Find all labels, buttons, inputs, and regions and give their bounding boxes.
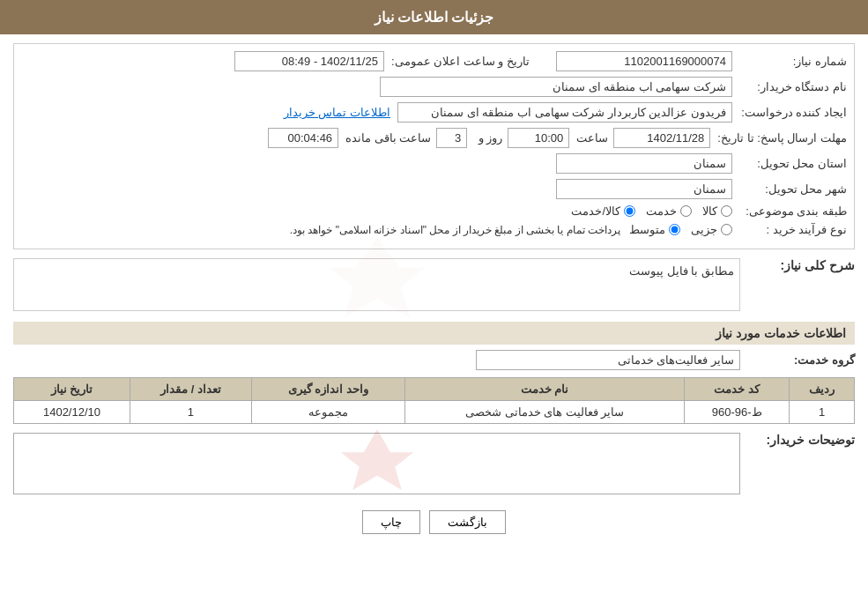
- remaining-label: ساعت باقی مانده: [338, 131, 431, 145]
- city-row: شهر محل تحویل: سمنان: [21, 179, 847, 199]
- main-content: شماره نیاز: 1102001169000074 تاریخ و ساع…: [0, 34, 868, 550]
- page-wrapper: جزئیات اطلاعات نیاز شماره نیاز: 11020011…: [0, 0, 868, 609]
- col-service-name: نام خدمت: [404, 378, 684, 401]
- response-days-value: 3: [436, 128, 467, 148]
- creator-row: ایجاد کننده درخواست: فریدون عزالدین کارب…: [21, 102, 847, 123]
- category-khadamat-label: خدمت: [646, 204, 677, 218]
- buyer-org-value: شرکت سهامی اب منطقه ای سمنان: [380, 77, 732, 97]
- category-kala-radio[interactable]: [721, 205, 732, 217]
- purchase-jozee-item: جزیی: [691, 223, 732, 236]
- service-group-row: گروه خدمت: سایر فعالیت‌های خدماتی: [13, 350, 855, 370]
- cell-row_num: 1: [790, 401, 855, 424]
- buttons-row: بازگشت چاپ: [13, 503, 855, 541]
- buyer-notes-row: توضیحات خریدار:: [13, 433, 855, 494]
- purchase-type-radio-group: جزیی متوسط: [629, 223, 732, 236]
- purchase-note: پرداخت تمام یا بخشی از مبلغ خریدار از مح…: [290, 224, 620, 236]
- announcement-date-label: تاریخ و ساعت اعلان عمومی:: [384, 55, 530, 68]
- col-unit: واحد اندازه گیری: [251, 378, 404, 401]
- print-button[interactable]: چاپ: [362, 510, 420, 534]
- cell-unit: مجموعه: [251, 401, 404, 424]
- buyer-notes-label: توضیحات خریدار:: [740, 433, 855, 447]
- category-khadamat-item: خدمت: [646, 204, 692, 218]
- page-header: جزئیات اطلاعات نیاز: [0, 0, 868, 34]
- need-number-value: 1102001169000074: [556, 51, 732, 71]
- remaining-value: 00:04:46: [268, 128, 338, 148]
- category-kala-khadamat-item: کالا/خدمت: [571, 204, 635, 218]
- need-number-row: شماره نیاز: 1102001169000074 تاریخ و ساع…: [21, 51, 847, 71]
- category-kala-label: کالا: [702, 204, 717, 218]
- purchase-motavassit-label: متوسط: [629, 223, 665, 236]
- province-row: استان محل تحویل: سمنان: [21, 153, 847, 174]
- table-header-row: ردیف کد خدمت نام خدمت واحد اندازه گیری ت…: [14, 378, 855, 401]
- purchase-type-label: نوع فرآیند خرید :: [732, 223, 847, 236]
- buyer-notes-area: [13, 433, 740, 494]
- purchase-motavassit-item: متوسط: [629, 223, 680, 236]
- response-time-label: ساعت: [569, 131, 608, 145]
- table-row: 1ط-96-960سایر فعالیت های خدماتی شخصیمجمو…: [14, 401, 855, 424]
- cell-quantity: 1: [130, 401, 251, 424]
- cell-date: 1402/12/10: [14, 401, 130, 424]
- province-value: سمنان: [556, 153, 732, 174]
- col-date: تاریخ نیاز: [14, 378, 130, 401]
- description-row: شرح کلی نیاز: مطابق با فایل پیوست: [13, 258, 855, 316]
- province-label: استان محل تحویل:: [732, 157, 847, 170]
- response-deadline-label: مهلت ارسال پاسخ: تا تاریخ:: [710, 131, 847, 145]
- services-section-title: اطلاعات خدمات مورد نیاز: [13, 322, 855, 345]
- description-area: مطابق با فایل پیوست: [13, 258, 740, 311]
- creator-value: فریدون عزالدین کاربردار شرکت سهامی اب من…: [397, 102, 732, 123]
- announcement-date-value: 1402/11/25 - 08:49: [234, 51, 384, 71]
- services-table: ردیف کد خدمت نام خدمت واحد اندازه گیری ت…: [13, 377, 855, 424]
- response-deadline-row: مهلت ارسال پاسخ: تا تاریخ: 1402/11/28 سا…: [21, 128, 847, 148]
- need-number-label: شماره نیاز:: [732, 55, 847, 68]
- city-label: شهر محل تحویل:: [732, 182, 847, 196]
- category-kala-item: کالا: [702, 204, 732, 218]
- service-group-value: سایر فعالیت‌های خدماتی: [476, 350, 740, 370]
- response-days-label: روز و: [467, 131, 502, 145]
- col-service-code: کد خدمت: [685, 378, 790, 401]
- category-kala-khadamat-label: کالا/خدمت: [571, 204, 620, 218]
- cell-service_name: سایر فعالیت های خدماتی شخصی: [404, 401, 684, 424]
- purchase-type-row: نوع فرآیند خرید : جزیی متوسط پرداخت تمام…: [21, 223, 847, 236]
- col-row-num: ردیف: [790, 378, 855, 401]
- back-button[interactable]: بازگشت: [429, 510, 506, 534]
- category-label: طبقه بندی موضوعی:: [732, 204, 847, 218]
- service-group-label: گروه خدمت:: [740, 353, 855, 367]
- buyer-org-label: نام دستگاه خریدار:: [732, 80, 847, 93]
- creator-label: ایجاد کننده درخواست:: [732, 106, 847, 119]
- category-radio-group: کالا خدمت کالا/خدمت: [571, 204, 732, 218]
- description-value: مطابق با فایل پیوست: [629, 264, 734, 278]
- city-value: سمنان: [556, 179, 732, 199]
- page-title: جزئیات اطلاعات نیاز: [375, 10, 494, 25]
- category-khadamat-radio[interactable]: [680, 205, 692, 217]
- buyer-org-row: نام دستگاه خریدار: شرکت سهامی اب منطقه ا…: [21, 77, 847, 97]
- description-label: شرح کلی نیاز:: [740, 258, 855, 272]
- main-form-section: شماره نیاز: 1102001169000074 تاریخ و ساع…: [13, 43, 855, 249]
- response-time-value: 10:00: [508, 128, 569, 148]
- response-date-value: 1402/11/28: [613, 128, 710, 148]
- purchase-motavassit-radio[interactable]: [669, 224, 680, 235]
- col-quantity: تعداد / مقدار: [130, 378, 251, 401]
- cell-service_code: ط-96-960: [685, 401, 790, 424]
- contact-link[interactable]: اطلاعات تماس خریدار: [284, 106, 390, 119]
- category-kala-khadamat-radio[interactable]: [624, 205, 635, 217]
- category-row: طبقه بندی موضوعی: کالا خدمت کالا/خدمت: [21, 204, 847, 218]
- purchase-jozee-radio[interactable]: [721, 224, 732, 235]
- purchase-jozee-label: جزیی: [691, 223, 717, 236]
